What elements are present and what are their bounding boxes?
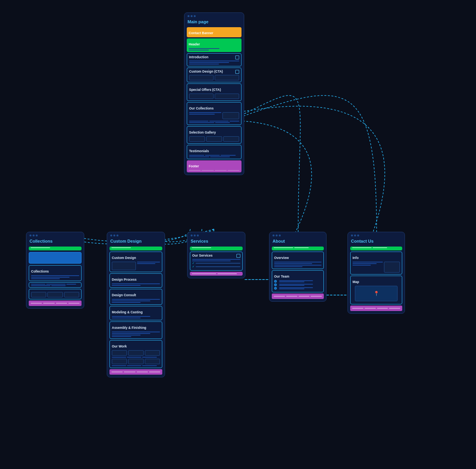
custom-green-bar	[109, 247, 162, 250]
services-card: Services Our Services ✓ ✓	[187, 232, 245, 278]
work-img4	[112, 359, 127, 364]
custom-design-section: Custom Design	[109, 252, 162, 272]
our-collections-label: Our Collections	[189, 106, 214, 110]
card-dots-about	[269, 232, 326, 238]
contact-banner-label: Contact Banner	[189, 31, 213, 35]
about-green-bar	[272, 247, 324, 250]
services-icon	[236, 254, 240, 258]
collections-image-row	[29, 289, 82, 299]
card-dots-contact	[348, 232, 405, 238]
collections-img	[222, 112, 239, 119]
main-page-card: Main page Contact Banner Header Introduc…	[184, 12, 244, 175]
about-title: About	[269, 238, 326, 245]
our-collections-block: Our Collections	[187, 102, 241, 125]
footer-block: Footer	[187, 160, 241, 172]
services-title: Services	[188, 238, 245, 245]
collections-title: Collections	[26, 238, 84, 245]
coll-img3	[64, 292, 79, 297]
gallery-img1	[189, 136, 205, 142]
check-row-2: ✓	[192, 265, 240, 268]
custom-design-section-label: Custom Design	[112, 256, 136, 260]
modeling-casting-block: Modeling & Casting	[109, 306, 162, 320]
design-process-block: Design Process	[109, 273, 162, 288]
offers-box1	[189, 94, 214, 99]
offers-box2	[215, 94, 239, 99]
custom-design-cta-label: Custom Design (CTA)	[189, 69, 223, 74]
our-work-label: Our Work	[112, 344, 127, 348]
footer-label: Footer	[189, 164, 199, 168]
our-team-label: Our Team	[274, 274, 289, 278]
work-img1	[112, 350, 127, 356]
contact-us-card: Contact Us Info Map 📍	[347, 232, 405, 314]
collections-section-label: Collections	[31, 269, 49, 273]
about-card: About Overview Our Team	[269, 232, 327, 302]
cta-box1	[189, 75, 214, 80]
card-dots-services	[188, 232, 245, 238]
info-img	[384, 262, 400, 273]
special-offers-label: Special Offers (CTA)	[189, 88, 221, 92]
collections-footer	[29, 301, 82, 306]
testimonials-block: Testimonials	[187, 145, 241, 159]
info-label: Info	[353, 256, 359, 260]
coll-img1	[31, 292, 46, 297]
overview-label: Overview	[274, 256, 289, 260]
custom-footer	[109, 369, 162, 375]
map-pin-icon: 📍	[374, 291, 379, 296]
contact-us-title: Contact Us	[348, 238, 405, 245]
team-row-3	[274, 287, 321, 290]
our-services-block: Our Services ✓ ✓	[190, 252, 243, 271]
collections-list	[29, 282, 82, 288]
team-avatar-3	[274, 287, 277, 290]
contact-green-bar	[350, 247, 402, 250]
card-dots-collections	[26, 232, 84, 238]
main-page-title: Main page	[184, 19, 244, 26]
our-services-label: Our Services	[192, 254, 212, 258]
card-dots-custom	[107, 232, 165, 238]
collections-card: Collections Collections	[26, 232, 84, 309]
overview-block: Overview	[272, 252, 324, 269]
work-img2	[128, 350, 143, 356]
assembly-finishing-block: Assembly & Finishing	[109, 321, 162, 339]
map-visual: 📍	[355, 286, 398, 301]
header-block: Header	[187, 38, 241, 52]
work-img3	[145, 350, 160, 356]
team-avatar-2	[274, 283, 277, 286]
selection-gallery-label: Selection Gallery	[189, 130, 216, 134]
our-team-block: Our Team	[272, 270, 324, 292]
design-consult-label: Design Consult	[112, 293, 136, 297]
introduction-label: Introduction	[189, 55, 208, 59]
card-dots-main	[184, 13, 244, 19]
check-row-1: ✓	[192, 262, 240, 265]
map-label: Map	[353, 280, 359, 284]
cta-icon	[235, 70, 239, 74]
custom-design-cta-block: Custom Design (CTA)	[187, 68, 241, 82]
collections-section: Collections	[29, 265, 82, 281]
design-consult-block: Design Consult	[109, 289, 162, 305]
selection-gallery-block: Selection Gallery	[187, 126, 241, 144]
introduction-block: Introduction	[187, 53, 241, 66]
site-map: Main page Contact Banner Header Introduc…	[0, 0, 476, 469]
services-green-bar	[190, 247, 243, 250]
coll-img2	[47, 292, 63, 297]
info-block: Info	[350, 252, 402, 274]
assembly-finishing-label: Assembly & Finishing	[112, 326, 146, 330]
custom-design-card: Custom Design Custom Design Design Proce…	[107, 232, 165, 377]
map-block-section: Map 📍	[350, 276, 402, 304]
gallery-img3	[223, 136, 239, 142]
special-offers-block: Special Offers (CTA)	[187, 83, 241, 101]
testimonials-label: Testimonials	[189, 149, 209, 153]
our-work-block: Our Work	[109, 340, 162, 368]
team-row-2	[274, 283, 321, 286]
cta-box2	[215, 75, 239, 80]
custom-design-title: Custom Design	[107, 238, 165, 245]
team-row-1	[274, 280, 321, 283]
design-process-label: Design Process	[112, 278, 137, 281]
team-avatar-1	[274, 280, 277, 283]
collections-hero	[29, 252, 82, 264]
contact-footer	[350, 306, 402, 311]
about-footer	[272, 294, 324, 299]
modeling-casting-label: Modeling & Casting	[112, 310, 142, 314]
services-purple-bar	[190, 272, 243, 276]
collections-green-bar	[29, 247, 82, 250]
header-label: Header	[189, 42, 200, 46]
